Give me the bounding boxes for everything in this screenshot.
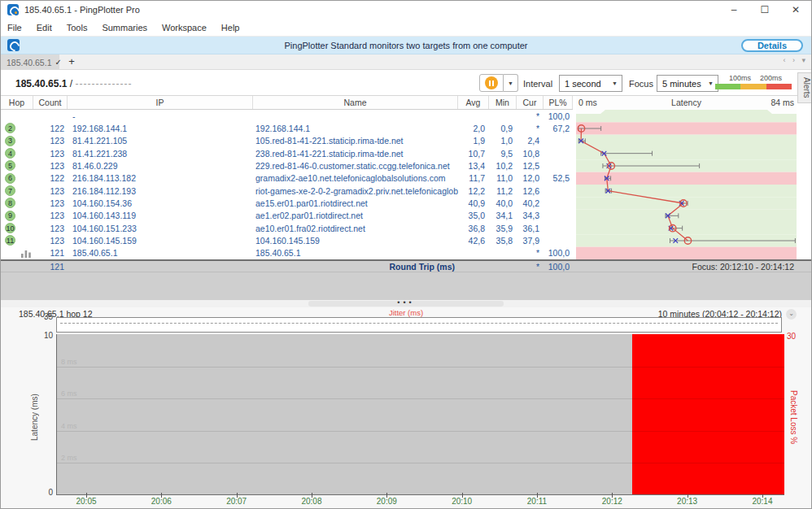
min-cell: 34,1 (489, 210, 517, 222)
latency-row-band (576, 247, 797, 259)
tab-scroll-icons[interactable]: ‹ › ▾ (783, 56, 808, 64)
table-row[interactable]: 8123104.160.154.36ae15.er01.par01.riotdi… (1, 197, 573, 209)
target-ip: 185.40.65.1 (15, 78, 67, 89)
menu-item-summaries[interactable]: Summaries (94, 23, 155, 33)
pl-cell (544, 135, 573, 147)
name-cell: riot-games-xe-2-0-2-gramadix2.priv.net.t… (253, 185, 458, 197)
table-row[interactable]: 11123104.160.145.159104.160.145.15942,63… (1, 234, 573, 246)
time-tick-label: 20:10 (446, 497, 478, 506)
cur-cell: 40,2 (517, 197, 544, 209)
column-header-avg[interactable]: Avg (458, 96, 489, 109)
round-trip-count: 121 (33, 261, 68, 272)
table-row[interactable]: 2122192.168.144.1192.168.144.12,00,9*67,… (1, 122, 573, 134)
table-row[interactable]: -*100,0 (1, 110, 573, 122)
count-cell: 123 (33, 210, 68, 222)
count-cell: 123 (33, 159, 68, 172)
close-button[interactable]: ✕ (780, 1, 811, 19)
hop-number-badge: 11 (5, 235, 15, 246)
jitter-strip[interactable] (56, 317, 782, 333)
min-cell (489, 247, 517, 259)
column-header-hop[interactable]: Hop (1, 96, 33, 109)
pl-cell (544, 185, 573, 197)
latency-scale-legend: 100ms 200ms (715, 74, 792, 89)
menu-item-help[interactable]: Help (214, 23, 247, 33)
avg-cell: 36,8 (458, 222, 489, 234)
menu-item-edit[interactable]: Edit (29, 23, 59, 33)
pl-cell (544, 234, 573, 246)
column-header-cur[interactable]: Cur (517, 96, 544, 109)
table-row[interactable]: 9123104.160.143.119ae1.er02.par01.riotdi… (1, 210, 573, 222)
focus-select[interactable]: 5 minutes ▼ (657, 75, 718, 92)
avg-cell: 11,7 (458, 172, 489, 185)
hop-cell: 4 (1, 147, 33, 159)
license-banner: PingPlotter Standard monitors two target… (1, 37, 811, 54)
avg-cell: 2,0 (458, 122, 489, 134)
name-cell (253, 110, 458, 122)
gridline (57, 398, 784, 399)
pane-splitter[interactable]: ••• (1, 300, 811, 307)
menu-item-file[interactable]: File (1, 23, 29, 33)
time-tick-label: 20:13 (671, 497, 704, 506)
interval-select[interactable]: 1 second ▼ (559, 75, 622, 92)
column-header-name[interactable]: Name (253, 96, 458, 109)
menu-item-tools[interactable]: Tools (59, 23, 95, 33)
minimize-button[interactable]: – (718, 1, 749, 19)
focus-label: Focus (629, 79, 653, 89)
pause-dropdown-button[interactable]: ▼ (504, 74, 518, 92)
min-cell: 35,8 (489, 234, 517, 246)
name-cell: ae1.er02.par01.riotdirect.net (253, 210, 458, 222)
hop-cell: 10 (1, 222, 33, 234)
count-cell: 123 (33, 147, 68, 159)
column-header-min[interactable]: Min (489, 96, 517, 109)
round-trip-row[interactable]: 121 Round Trip (ms) * 100,0 Focus: 20:12… (1, 259, 811, 272)
table-row[interactable]: 10123104.160.151.233ae10.er01.fra02.riot… (1, 222, 573, 234)
column-header-count[interactable]: Count (33, 96, 68, 109)
trace-latency-graph[interactable] (576, 110, 797, 259)
pause-button[interactable] (479, 74, 504, 92)
red-segment (766, 84, 792, 89)
ip-cell: 104.160.143.119 (68, 210, 253, 222)
name-cell: 238.red-81-41-221.staticip.rima-tde.net (253, 147, 458, 159)
table-row[interactable]: 412381.41.221.238238.red-81-41-221.stati… (1, 147, 573, 159)
title-bar: 185.40.65.1 - PingPlotter Pro – ☐ ✕ (1, 1, 811, 19)
timeline-range-dropdown[interactable]: ⌄ (786, 309, 797, 320)
pingplotter-window: 185.40.65.1 - PingPlotter Pro – ☐ ✕ File… (0, 0, 812, 509)
alerts-side-tab[interactable]: Alerts (797, 72, 811, 103)
table-row[interactable]: 6122216.184.113.182gramadix2-ae10.net.te… (1, 172, 573, 185)
table-row[interactable]: 512381.46.0.229229.red-81-46-0.customer.… (1, 159, 573, 172)
table-row[interactable]: 121185.40.65.1185.40.65.1*100,0 (1, 247, 573, 259)
cur-cell: * (517, 247, 544, 259)
pl-cell (544, 159, 573, 172)
hop-cell: 11 (1, 234, 33, 246)
table-row[interactable]: 7123216.184.112.193riot-games-xe-2-0-2-g… (1, 185, 573, 197)
tab-185-40-65-1[interactable]: 185.40.65.1 ✓ (1, 54, 59, 70)
banner-message: PingPlotter Standard monitors two target… (1, 41, 811, 50)
target-tab-bar: 185.40.65.1 ✓ + ‹ › ▾ (1, 54, 811, 70)
splitter-handle[interactable]: ••• (308, 301, 504, 307)
name-cell: gramadix2-ae10.net.telefonicaglobalsolut… (253, 172, 458, 185)
cur-cell: * (517, 110, 544, 122)
gridline (57, 367, 784, 368)
avg-cell: 12,2 (458, 185, 489, 197)
min-cell: 40,0 (489, 197, 517, 209)
min-cell: 9,5 (489, 147, 517, 159)
min-cell (489, 110, 517, 122)
table-row[interactable]: 312381.41.221.105105.red-81-41-221.stati… (1, 135, 573, 147)
hop-cell: 6 (1, 172, 33, 185)
pl-cell: 100,0 (544, 110, 573, 122)
maximize-button[interactable]: ☐ (749, 1, 780, 19)
ip-cell: 81.46.0.229 (68, 159, 253, 172)
pl-cell (544, 222, 573, 234)
menu-item-workspace[interactable]: Workspace (155, 23, 214, 33)
column-header-pl[interactable]: PL% (544, 96, 573, 109)
timeline-plot[interactable]: 8 ms6 ms4 ms2 ms (56, 334, 784, 495)
pingplotter-logo-icon (7, 4, 19, 15)
ip-cell: 185.40.65.1 (68, 247, 253, 259)
count-cell: 123 (33, 135, 68, 147)
pl-cell: 67,2 (544, 122, 573, 134)
round-trip-pl: 100,0 (544, 261, 573, 272)
packet-loss-axis-label: Packet Loss % (787, 356, 798, 478)
column-header-ip[interactable]: IP (68, 96, 253, 109)
details-button[interactable]: Details (741, 39, 803, 52)
new-tab-button[interactable]: + (64, 54, 79, 70)
